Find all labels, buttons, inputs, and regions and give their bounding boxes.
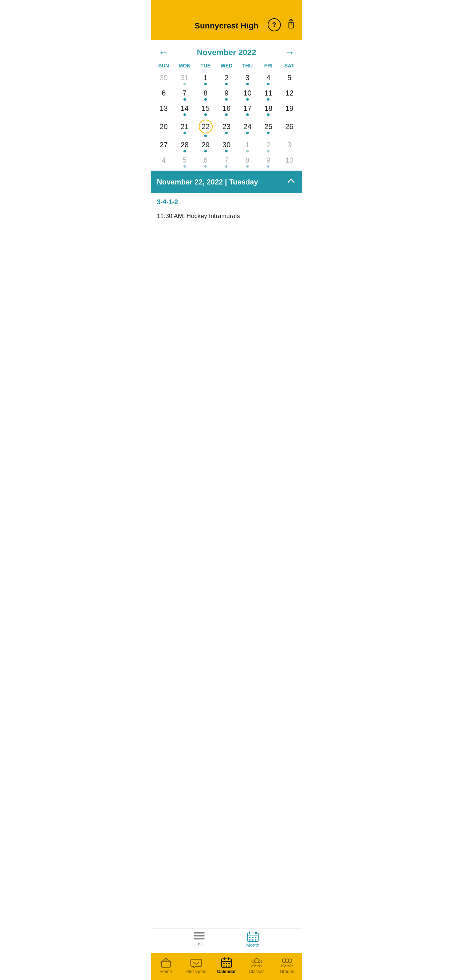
collapse-button[interactable] xyxy=(286,176,296,188)
calendar-day[interactable]: 3 xyxy=(237,72,258,87)
day-header-fri: FRI xyxy=(258,61,279,70)
calendar-day[interactable]: 21 xyxy=(174,118,195,138)
calendar-day[interactable]: 1 xyxy=(195,72,216,87)
calendar-day[interactable]: 10 xyxy=(279,154,300,169)
calendar-day[interactable]: 2 xyxy=(258,138,279,154)
calendar-day[interactable]: 5 xyxy=(279,72,300,87)
calendar-day[interactable]: 30 xyxy=(216,138,237,154)
calendar-day[interactable]: 20 xyxy=(153,118,174,138)
calendar-day[interactable]: 27 xyxy=(153,138,174,154)
calendar-day[interactable]: 6 xyxy=(195,154,216,169)
calendar-day[interactable]: 4 xyxy=(258,72,279,87)
calendar-day[interactable]: 30 xyxy=(153,72,174,87)
calendar-day[interactable]: 28 xyxy=(174,138,195,154)
header-title: Sunnycrest High xyxy=(195,21,258,30)
calendar-day[interactable]: 16 xyxy=(216,102,237,118)
calendar-body: 3031123456789101112131415161718192021222… xyxy=(153,72,300,169)
calendar-day[interactable]: 15 xyxy=(195,102,216,118)
calendar-day[interactable]: 8 xyxy=(237,154,258,169)
selected-day-label: November 22, 2022 | Tuesday xyxy=(157,178,258,186)
calendar-day[interactable]: 12 xyxy=(279,87,300,102)
day-header-sun: SUN xyxy=(153,61,174,70)
calendar-day[interactable]: 29 xyxy=(195,138,216,154)
calendar-day[interactable]: 14 xyxy=(174,102,195,118)
calendar-grid: SUN MON TUE WED THU FRI SAT 303112345678… xyxy=(151,61,302,169)
calendar-day[interactable]: 22 xyxy=(195,118,216,138)
calendar-day[interactable]: 4 xyxy=(153,154,174,169)
calendar-day[interactable]: 9 xyxy=(216,87,237,102)
calendar-day[interactable]: 13 xyxy=(153,102,174,118)
next-month-button[interactable]: → xyxy=(284,47,295,58)
help-icon[interactable]: ? xyxy=(268,18,281,31)
calendar-nav: ← November 2022 → xyxy=(151,40,302,61)
calendar-day[interactable]: 17 xyxy=(237,102,258,118)
calendar-day[interactable]: 3 xyxy=(279,138,300,154)
calendar-day[interactable]: 11 xyxy=(258,87,279,102)
header: Sunnycrest High ? xyxy=(151,0,302,40)
calendar-day[interactable]: 24 xyxy=(237,118,258,138)
calendar-day[interactable]: 2 xyxy=(216,72,237,87)
share-icon[interactable] xyxy=(286,19,296,31)
calendar-day[interactable]: 7 xyxy=(216,154,237,169)
month-year-label: November 2022 xyxy=(197,48,257,57)
selected-day-banner: November 22, 2022 | Tuesday xyxy=(151,170,302,193)
day-header-mon: MON xyxy=(174,61,195,70)
calendar-day[interactable]: 18 xyxy=(258,102,279,118)
calendar-day[interactable]: 7 xyxy=(174,87,195,102)
calendar-day[interactable]: 10 xyxy=(237,87,258,102)
day-header-thu: THU xyxy=(237,61,258,70)
calendar-day[interactable]: 8 xyxy=(195,87,216,102)
calendar-day[interactable]: 6 xyxy=(153,87,174,102)
calendar-day[interactable]: 23 xyxy=(216,118,237,138)
calendar-day[interactable]: 1 xyxy=(237,138,258,154)
header-icons: ? xyxy=(268,18,296,31)
events-area: 3-4-1-2 11:30 AM: Hockey Intramurals xyxy=(151,193,302,223)
calendar-header-row: SUN MON TUE WED THU FRI SAT xyxy=(153,61,300,70)
calendar-day[interactable]: 19 xyxy=(279,102,300,118)
calendar-day[interactable]: 25 xyxy=(258,118,279,138)
day-header-wed: WED xyxy=(216,61,237,70)
calendar-day[interactable]: 5 xyxy=(174,154,195,169)
prev-month-button[interactable]: ← xyxy=(158,47,169,58)
calendar-day[interactable]: 9 xyxy=(258,154,279,169)
day-schedule-label: 3-4-1-2 xyxy=(157,198,296,206)
event-item[interactable]: 11:30 AM: Hockey Intramurals xyxy=(157,210,296,223)
day-header-sat: SAT xyxy=(279,61,300,70)
calendar-day[interactable]: 31 xyxy=(174,72,195,87)
calendar-day[interactable]: 26 xyxy=(279,118,300,138)
day-header-tue: TUE xyxy=(195,61,216,70)
